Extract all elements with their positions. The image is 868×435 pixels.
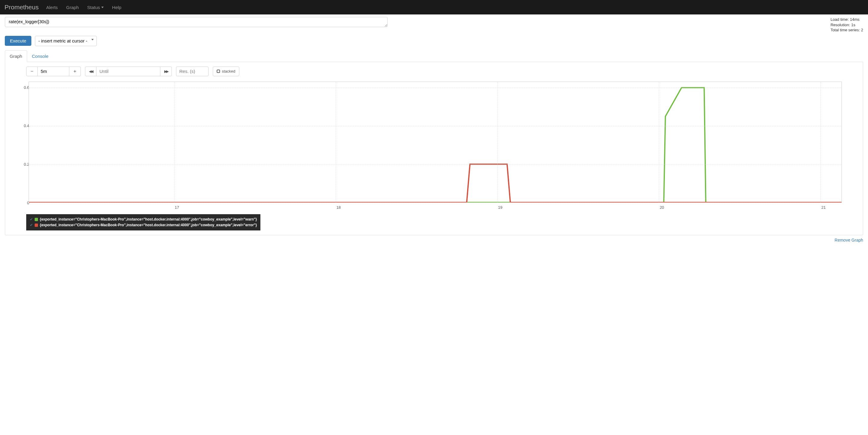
legend-swatch — [35, 224, 38, 227]
series-line — [29, 88, 841, 202]
time-forward-button[interactable]: ▶▶ — [160, 67, 172, 76]
x-tick-label: 18 — [336, 205, 341, 210]
execute-button[interactable]: Execute — [5, 36, 31, 46]
gridline — [29, 202, 841, 203]
legend: ✔{exported_instance="Christophers-MacBoo… — [26, 214, 260, 230]
tab-graph[interactable]: Graph — [5, 50, 27, 62]
nav-graph[interactable]: Graph — [66, 5, 79, 10]
gridline — [497, 82, 498, 202]
navbar: Prometheus Alerts Graph Status Help — [0, 0, 868, 14]
legend-item[interactable]: ✔{exported_instance="Christophers-MacBoo… — [30, 216, 257, 222]
gridline — [336, 82, 336, 202]
nav-status-label: Status — [87, 5, 100, 10]
check-icon: ✔ — [30, 216, 33, 222]
legend-label: {exported_instance="Christophers-MacBook… — [40, 222, 257, 228]
time-back-button[interactable]: ◀◀ — [85, 67, 96, 76]
nav-alerts[interactable]: Alerts — [46, 5, 58, 10]
resolution-input[interactable] — [176, 67, 209, 76]
stat-total-series: Total time series: 2 — [831, 27, 863, 33]
legend-item[interactable]: ✔{exported_instance="Christophers-MacBoo… — [30, 222, 257, 228]
tabs: Graph Console — [5, 50, 863, 62]
stat-resolution: Resolution: 1s — [831, 22, 863, 28]
series-line — [29, 164, 841, 202]
remove-graph-link[interactable]: Remove Graph — [835, 238, 863, 242]
stat-load-time: Load time: 14ms — [831, 17, 863, 22]
plus-icon: + — [73, 69, 76, 74]
brand-link[interactable]: Prometheus — [4, 4, 38, 11]
nav-status[interactable]: Status — [87, 5, 104, 10]
expression-input[interactable]: rate(ex_logger[30s]) — [5, 17, 388, 27]
x-tick-label: 21 — [821, 205, 826, 210]
gridline — [29, 164, 841, 165]
chart: 00.20.40.6 1718192021 — [26, 81, 842, 211]
gridline — [820, 82, 821, 202]
gridline — [659, 82, 659, 202]
range-decrease-button[interactable]: − — [26, 67, 38, 76]
chevron-double-left-icon: ◀◀ — [89, 69, 93, 73]
x-tick-label: 20 — [660, 205, 664, 210]
stacked-toggle[interactable]: stacked — [213, 67, 239, 76]
time-range-group: − + — [26, 67, 81, 76]
range-input[interactable] — [38, 67, 69, 76]
metric-select[interactable]: - insert metric at cursor - — [35, 36, 97, 46]
gridline — [29, 126, 841, 126]
range-increase-button[interactable]: + — [69, 67, 81, 76]
gridline — [174, 82, 175, 202]
gridline — [29, 88, 841, 88]
stacked-label: stacked — [222, 69, 236, 73]
nav-help[interactable]: Help — [112, 5, 121, 10]
until-input[interactable] — [96, 67, 160, 76]
tab-console[interactable]: Console — [27, 50, 53, 62]
query-stats: Load time: 14ms Resolution: 1s Total tim… — [831, 17, 863, 33]
legend-swatch — [35, 218, 38, 221]
time-window-group: ◀◀ ▶▶ — [85, 67, 172, 76]
check-icon: ✔ — [30, 222, 33, 228]
chevron-down-icon — [101, 7, 104, 8]
x-tick-label: 19 — [498, 205, 502, 210]
stacked-icon — [217, 70, 220, 73]
minus-icon: − — [30, 69, 33, 74]
chevron-double-right-icon: ▶▶ — [164, 69, 168, 73]
legend-label: {exported_instance="Christophers-MacBook… — [40, 216, 257, 222]
x-tick-label: 17 — [175, 205, 179, 210]
graph-panel: − + ◀◀ ▶▶ stacked 00.20.40.6 1718192021 — [5, 62, 863, 235]
